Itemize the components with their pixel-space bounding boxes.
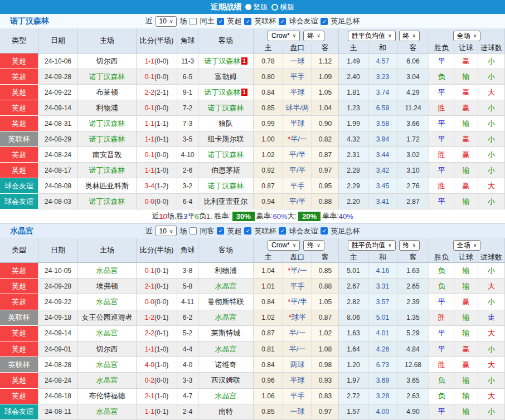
match-row: 英超24-09-01切尔西1-1(1-0)4-4水晶宫0.81半/一1.081.…: [0, 341, 505, 357]
result-handicap: 输: [454, 116, 478, 131]
avg-select-value: 胜平负均值: [352, 31, 385, 41]
match-type-badge: 英超: [0, 341, 38, 357]
odds-handicap: 半/一: [283, 326, 312, 341]
half-score: (0-0): [154, 57, 168, 65]
odds-away: 1.04: [312, 100, 339, 116]
league-checkbox-3[interactable]: ✓: [321, 18, 328, 25]
match-type-badge: 英超: [0, 279, 38, 294]
handicap-label: 平/半: [289, 150, 306, 160]
odds-home: 0.94: [254, 194, 283, 209]
summary-segment: 40%: [339, 212, 353, 221]
league-checkbox-label-2: 球会友谊: [289, 226, 318, 236]
match-date: 24-08-09: [38, 178, 78, 194]
league-checkbox-2[interactable]: ✓: [279, 227, 286, 235]
half-score: (2-1): [154, 89, 168, 96]
chevron-down-icon: ∨: [293, 33, 297, 38]
odds-stage-select[interactable]: 终∨: [303, 240, 324, 251]
match-date: 24-08-28: [38, 357, 78, 373]
avg-draw: 4.57: [368, 53, 397, 69]
same-venue-checkbox[interactable]: [190, 227, 197, 235]
odds-away: 1.05: [312, 294, 339, 310]
match-count-select[interactable]: 10∨: [156, 226, 177, 236]
result-handicap: 输: [454, 263, 478, 279]
summary-segment: 10: [159, 212, 167, 221]
team-label: 水晶宫: [215, 312, 237, 323]
same-venue-checkbox[interactable]: [190, 18, 197, 25]
avg-select[interactable]: 胜平负均值∨: [348, 31, 396, 41]
odds-company-select[interactable]: Crow*∨: [268, 240, 300, 251]
avg-stage-select[interactable]: 终∨: [399, 240, 420, 251]
away-team: 水晶宫: [198, 310, 254, 326]
odds-stage-select[interactable]: 终∨: [303, 31, 324, 41]
result-wdl: 平: [429, 194, 454, 209]
asterisk-mark: *: [288, 135, 290, 143]
odds-away: 0.82: [312, 131, 339, 147]
odds-home: 0.87: [254, 178, 283, 194]
corner-score: 4-4: [177, 341, 198, 357]
team-name: 诺丁汉森林: [10, 16, 49, 26]
team-label: 比利亚雷亚尔: [204, 197, 247, 207]
avg-stage-select[interactable]: 终∨: [399, 31, 420, 41]
home-team: 诺丁汉森林: [78, 163, 137, 178]
team-label: 狼队: [218, 119, 233, 129]
chevron-down-icon: ∨: [317, 242, 321, 248]
avg-draw: 6.59: [368, 100, 397, 116]
match-type-badge: 英超: [0, 163, 38, 178]
league-checkbox-label-0: 英超: [227, 226, 241, 236]
match-type-badge: 球会友谊: [0, 404, 38, 420]
half-score: (1-0): [154, 392, 168, 400]
team-label: 诺丁汉森林: [208, 181, 244, 191]
odds-company-select[interactable]: Crow*∨: [268, 31, 300, 41]
team-label: 南安普敦: [93, 150, 122, 160]
avg-home: 2.20: [339, 194, 368, 209]
layout-radio-horizontal[interactable]: 横版: [271, 2, 295, 12]
avg-home: 2.29: [339, 178, 368, 194]
away-team: 纽卡斯尔联: [198, 131, 254, 147]
odds-handicap: 半球: [283, 85, 312, 100]
match-count-select[interactable]: 10∨: [156, 16, 177, 27]
odds-away: 0.88: [312, 279, 339, 294]
avg-select-value: 胜平负均值: [352, 241, 385, 250]
league-checkbox-1[interactable]: ✓: [244, 227, 251, 235]
match-count-select-value: 10: [159, 227, 167, 235]
odds-away: 0.88: [312, 194, 339, 209]
full-score: 4-0: [145, 361, 154, 369]
avg-select[interactable]: 胜平负均值∨: [348, 240, 396, 251]
result-goals: 大: [478, 279, 505, 294]
record-summary: 近10场,胜3平6负1, 胜率:30% 赢率:60% 大:20% 单率:40%: [0, 209, 505, 223]
league-checkbox-2[interactable]: ✓: [279, 18, 286, 25]
match-row: 英超24-08-17诺丁汉森林1-1(1-0)2-6伯恩茅斯0.92平/半0.9…: [0, 163, 505, 178]
full-score: 0-1: [145, 104, 154, 112]
result-wdl: 平: [429, 116, 454, 131]
odds-away: 0.95: [312, 178, 339, 194]
odds-away: 0.93: [312, 373, 339, 388]
league-checkbox-0[interactable]: ✓: [217, 227, 224, 235]
scope-select[interactable]: 全场∨: [453, 31, 481, 41]
corner-score: 6-5: [177, 69, 198, 85]
league-checkbox-3[interactable]: ✓: [321, 227, 328, 235]
avg-draw: 3.74: [368, 85, 397, 100]
full-score: 1-2: [145, 314, 154, 321]
scope-select[interactable]: 全场∨: [453, 240, 481, 251]
home-team: 诺丁汉森林: [78, 194, 137, 209]
league-checkbox-0[interactable]: ✓: [217, 18, 224, 25]
sub-col-header-3: 主: [339, 43, 368, 53]
avg-away: 2.87: [397, 194, 429, 209]
result-handicap: 输: [454, 310, 478, 326]
home-team: 利物浦: [78, 100, 137, 116]
half-score: (0-1): [154, 314, 168, 321]
match-score: 1-1(1-0): [137, 341, 177, 357]
match-type-badge: 英超: [0, 389, 38, 404]
home-team: 水晶宫: [78, 373, 137, 388]
scope-select-value: 全场: [457, 241, 470, 250]
corner-score: 6-2: [177, 310, 198, 326]
result-handicap: 赢: [454, 147, 478, 163]
avg-away: 3.66: [397, 116, 429, 131]
avg-draw: 3.23: [368, 69, 397, 85]
match-score: 0-1(0-0): [137, 147, 177, 163]
match-row: 英联杯24-08-29诺丁汉森林1-1(0-1)3-5纽卡斯尔联1.00*半/一…: [0, 131, 505, 147]
league-checkbox-1[interactable]: ✓: [244, 18, 251, 25]
same-venue-label: 同客: [200, 226, 214, 236]
avg-away: 3.65: [397, 373, 429, 388]
layout-radio-vertical[interactable]: 竖版: [245, 2, 268, 12]
